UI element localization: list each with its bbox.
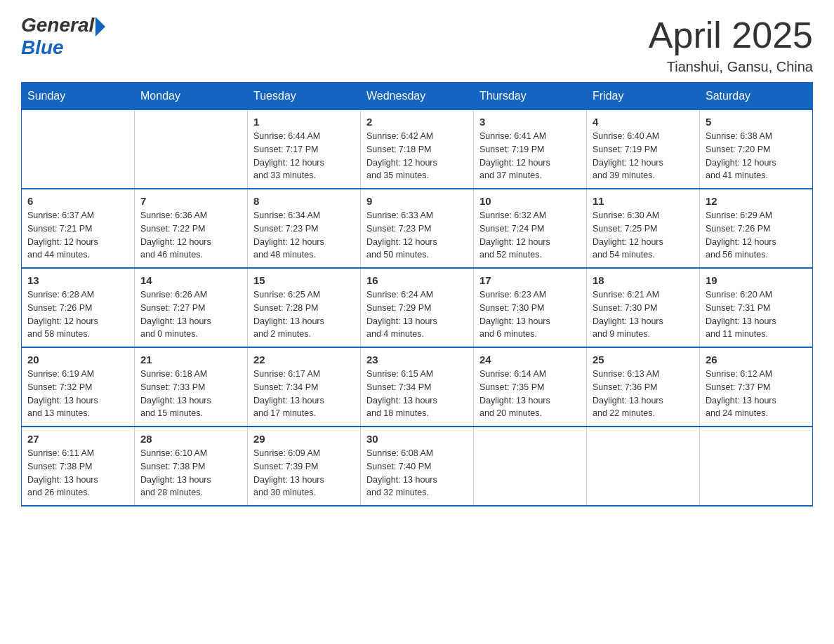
calendar-cell: 1Sunrise: 6:44 AM Sunset: 7:17 PM Daylig…	[248, 110, 361, 189]
logo-blue-text: Blue	[21, 36, 64, 59]
header-wednesday: Wednesday	[361, 83, 474, 110]
calendar-cell: 13Sunrise: 6:28 AM Sunset: 7:26 PM Dayli…	[22, 268, 135, 347]
day-info: Sunrise: 6:11 AM Sunset: 7:38 PM Dayligh…	[27, 447, 128, 499]
day-number: 9	[366, 195, 468, 207]
day-info: Sunrise: 6:20 AM Sunset: 7:31 PM Dayligh…	[706, 288, 807, 341]
day-number: 30	[366, 433, 468, 445]
calendar-cell: 15Sunrise: 6:25 AM Sunset: 7:28 PM Dayli…	[248, 268, 361, 347]
week-row-4: 20Sunrise: 6:19 AM Sunset: 7:32 PM Dayli…	[22, 347, 813, 427]
calendar-cell: 18Sunrise: 6:21 AM Sunset: 7:30 PM Dayli…	[587, 268, 700, 347]
day-info: Sunrise: 6:38 AM Sunset: 7:20 PM Dayligh…	[706, 130, 807, 182]
day-info: Sunrise: 6:08 AM Sunset: 7:40 PM Dayligh…	[366, 447, 468, 499]
day-info: Sunrise: 6:17 AM Sunset: 7:34 PM Dayligh…	[253, 368, 355, 420]
day-info: Sunrise: 6:10 AM Sunset: 7:38 PM Dayligh…	[140, 447, 241, 499]
calendar-cell	[474, 427, 587, 506]
day-info: Sunrise: 6:09 AM Sunset: 7:39 PM Dayligh…	[253, 447, 355, 499]
calendar-cell	[22, 110, 135, 189]
day-header-row: SundayMondayTuesdayWednesdayThursdayFrid…	[22, 83, 813, 110]
day-number: 15	[253, 274, 355, 286]
header-thursday: Thursday	[474, 83, 587, 110]
day-info: Sunrise: 6:44 AM Sunset: 7:17 PM Dayligh…	[253, 130, 355, 182]
week-row-1: 1Sunrise: 6:44 AM Sunset: 7:17 PM Daylig…	[22, 110, 813, 189]
calendar-cell	[587, 427, 700, 506]
day-number: 13	[27, 274, 128, 286]
calendar-cell: 19Sunrise: 6:20 AM Sunset: 7:31 PM Dayli…	[700, 268, 813, 347]
calendar-cell	[135, 110, 248, 189]
day-info: Sunrise: 6:26 AM Sunset: 7:27 PM Dayligh…	[140, 288, 241, 341]
calendar-cell: 21Sunrise: 6:18 AM Sunset: 7:33 PM Dayli…	[135, 347, 248, 427]
calendar-cell: 25Sunrise: 6:13 AM Sunset: 7:36 PM Dayli…	[587, 347, 700, 427]
day-info: Sunrise: 6:41 AM Sunset: 7:19 PM Dayligh…	[479, 130, 581, 182]
day-info: Sunrise: 6:37 AM Sunset: 7:21 PM Dayligh…	[27, 209, 128, 262]
calendar-cell: 23Sunrise: 6:15 AM Sunset: 7:34 PM Dayli…	[361, 347, 474, 427]
header-saturday: Saturday	[700, 83, 813, 110]
logo-general-text: General	[21, 14, 94, 36]
day-number: 17	[479, 274, 581, 286]
header-tuesday: Tuesday	[248, 83, 361, 110]
calendar-cell: 8Sunrise: 6:34 AM Sunset: 7:23 PM Daylig…	[248, 189, 361, 268]
day-info: Sunrise: 6:15 AM Sunset: 7:34 PM Dayligh…	[366, 368, 468, 420]
calendar-title: April 2025	[649, 14, 813, 56]
day-number: 4	[593, 116, 694, 128]
day-number: 8	[253, 195, 355, 207]
calendar-cell: 10Sunrise: 6:32 AM Sunset: 7:24 PM Dayli…	[474, 189, 587, 268]
calendar-cell: 3Sunrise: 6:41 AM Sunset: 7:19 PM Daylig…	[474, 110, 587, 189]
calendar-cell: 6Sunrise: 6:37 AM Sunset: 7:21 PM Daylig…	[22, 189, 135, 268]
calendar-table: SundayMondayTuesdayWednesdayThursdayFrid…	[21, 82, 813, 507]
day-number: 7	[140, 195, 241, 207]
header-sunday: Sunday	[22, 83, 135, 110]
logo: General Blue	[21, 14, 105, 59]
day-info: Sunrise: 6:40 AM Sunset: 7:19 PM Dayligh…	[593, 130, 694, 182]
day-number: 10	[479, 195, 581, 207]
calendar-subtitle: Tianshui, Gansu, China	[649, 59, 813, 75]
day-number: 20	[27, 354, 128, 365]
day-info: Sunrise: 6:18 AM Sunset: 7:33 PM Dayligh…	[140, 368, 241, 420]
day-number: 18	[593, 274, 694, 286]
day-info: Sunrise: 6:23 AM Sunset: 7:30 PM Dayligh…	[479, 288, 581, 341]
calendar-cell: 12Sunrise: 6:29 AM Sunset: 7:26 PM Dayli…	[700, 189, 813, 268]
day-info: Sunrise: 6:32 AM Sunset: 7:24 PM Dayligh…	[479, 209, 581, 262]
day-info: Sunrise: 6:30 AM Sunset: 7:25 PM Dayligh…	[593, 209, 694, 262]
day-number: 27	[27, 433, 128, 445]
day-info: Sunrise: 6:14 AM Sunset: 7:35 PM Dayligh…	[479, 368, 581, 420]
calendar-cell: 24Sunrise: 6:14 AM Sunset: 7:35 PM Dayli…	[474, 347, 587, 427]
calendar-cell: 5Sunrise: 6:38 AM Sunset: 7:20 PM Daylig…	[700, 110, 813, 189]
calendar-cell: 29Sunrise: 6:09 AM Sunset: 7:39 PM Dayli…	[248, 427, 361, 506]
day-info: Sunrise: 6:21 AM Sunset: 7:30 PM Dayligh…	[593, 288, 694, 341]
day-number: 3	[479, 116, 581, 128]
calendar-cell: 27Sunrise: 6:11 AM Sunset: 7:38 PM Dayli…	[22, 427, 135, 506]
calendar-cell: 4Sunrise: 6:40 AM Sunset: 7:19 PM Daylig…	[587, 110, 700, 189]
day-number: 6	[27, 195, 128, 207]
calendar-cell: 9Sunrise: 6:33 AM Sunset: 7:23 PM Daylig…	[361, 189, 474, 268]
day-number: 19	[706, 274, 807, 286]
day-info: Sunrise: 6:12 AM Sunset: 7:37 PM Dayligh…	[706, 368, 807, 420]
day-info: Sunrise: 6:42 AM Sunset: 7:18 PM Dayligh…	[366, 130, 468, 182]
day-number: 5	[706, 116, 807, 128]
calendar-cell: 2Sunrise: 6:42 AM Sunset: 7:18 PM Daylig…	[361, 110, 474, 189]
header-friday: Friday	[587, 83, 700, 110]
calendar-cell: 22Sunrise: 6:17 AM Sunset: 7:34 PM Dayli…	[248, 347, 361, 427]
day-number: 14	[140, 274, 241, 286]
logo-arrow-icon	[95, 17, 105, 36]
day-number: 2	[366, 116, 468, 128]
day-number: 22	[253, 354, 355, 365]
day-info: Sunrise: 6:28 AM Sunset: 7:26 PM Dayligh…	[27, 288, 128, 341]
page-header: General Blue April 2025 Tianshui, Gansu,…	[21, 14, 813, 75]
calendar-cell: 28Sunrise: 6:10 AM Sunset: 7:38 PM Dayli…	[135, 427, 248, 506]
week-row-5: 27Sunrise: 6:11 AM Sunset: 7:38 PM Dayli…	[22, 427, 813, 506]
week-row-2: 6Sunrise: 6:37 AM Sunset: 7:21 PM Daylig…	[22, 189, 813, 268]
calendar-cell: 20Sunrise: 6:19 AM Sunset: 7:32 PM Dayli…	[22, 347, 135, 427]
day-info: Sunrise: 6:24 AM Sunset: 7:29 PM Dayligh…	[366, 288, 468, 341]
day-info: Sunrise: 6:34 AM Sunset: 7:23 PM Dayligh…	[253, 209, 355, 262]
day-number: 28	[140, 433, 241, 445]
title-block: April 2025 Tianshui, Gansu, China	[649, 14, 813, 75]
calendar-cell: 17Sunrise: 6:23 AM Sunset: 7:30 PM Dayli…	[474, 268, 587, 347]
calendar-cell: 26Sunrise: 6:12 AM Sunset: 7:37 PM Dayli…	[700, 347, 813, 427]
day-info: Sunrise: 6:36 AM Sunset: 7:22 PM Dayligh…	[140, 209, 241, 262]
day-number: 21	[140, 354, 241, 365]
day-number: 23	[366, 354, 468, 365]
day-info: Sunrise: 6:19 AM Sunset: 7:32 PM Dayligh…	[27, 368, 128, 420]
day-number: 16	[366, 274, 468, 286]
day-number: 24	[479, 354, 581, 365]
day-number: 26	[706, 354, 807, 365]
